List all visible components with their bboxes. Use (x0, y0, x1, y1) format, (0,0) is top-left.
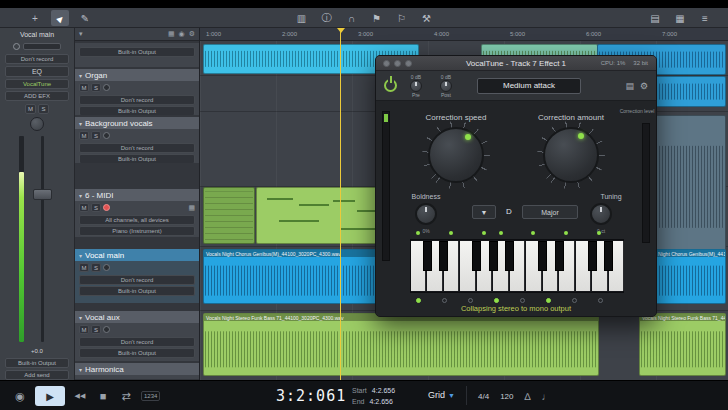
key-select-dot[interactable] (416, 298, 421, 303)
track-item-midi[interactable]: ▾ 6 - MIDI M S ▦ All channels, all devic… (75, 189, 199, 237)
preset-list-icon[interactable]: ▤ (625, 81, 634, 91)
tempo-value[interactable]: 120 (500, 392, 513, 401)
gear-icon[interactable]: ⚙ (640, 81, 648, 91)
loop-button[interactable]: ⇄ (118, 387, 134, 405)
record-mode-button[interactable]: Don't record (79, 95, 195, 105)
key-select-dot[interactable] (572, 298, 577, 303)
piano-black-key[interactable] (555, 241, 564, 271)
grid-dropdown[interactable]: Grid ▼ (428, 390, 455, 400)
mute-button[interactable]: M (79, 325, 89, 334)
solo-button[interactable]: S (91, 131, 101, 140)
key-select-dot[interactable] (468, 298, 473, 303)
piano-keyboard[interactable] (410, 239, 624, 293)
audio-clip-vocal-aux[interactable]: Vocals Night Stereo Funk Bass 71_44100_3… (639, 313, 726, 376)
add-effect-button[interactable]: ADD EFX (5, 91, 69, 101)
time-signature[interactable]: 4/4 (478, 392, 489, 401)
scale-selector[interactable]: Major (522, 205, 578, 219)
track-name[interactable]: ▾ 6 - MIDI (75, 189, 199, 201)
piano-black-key[interactable] (489, 241, 498, 271)
output-button[interactable]: Built-in Output (79, 348, 195, 358)
metronome-icon[interactable]: ∆ (524, 391, 530, 402)
zoom-icon[interactable] (405, 60, 412, 67)
record-arm-button[interactable] (103, 132, 110, 139)
correction-speed-knob[interactable] (428, 127, 484, 183)
knob[interactable] (440, 80, 452, 92)
tools-icon[interactable]: ⚒ (418, 10, 436, 26)
key-select-dot[interactable] (442, 298, 447, 303)
solo-button[interactable]: S (38, 104, 49, 114)
piano-roll-icon[interactable]: ▥ (293, 10, 311, 26)
preset-selector[interactable]: Medium attack (477, 78, 581, 94)
key-select-dot[interactable] (598, 298, 603, 303)
track-name[interactable]: ▾ Vocal main (75, 249, 199, 261)
piano-black-key[interactable] (588, 241, 597, 271)
magnet-icon[interactable]: ∩ (343, 10, 361, 26)
add-send-button[interactable]: Add send (5, 370, 69, 380)
power-icon[interactable] (384, 79, 397, 92)
snapshot-icon[interactable]: ◉ (179, 30, 185, 38)
record-mode-button[interactable]: Don't record (79, 143, 195, 153)
piano-black-key[interactable] (538, 241, 547, 271)
key-select-dot[interactable] (494, 298, 499, 303)
piano-black-key[interactable] (439, 241, 448, 271)
chevron-down-icon[interactable]: ▾ (79, 314, 82, 321)
play-button[interactable]: ▶ (35, 386, 65, 406)
add-track-icon[interactable]: + (26, 10, 44, 26)
effect-slot-button[interactable]: VocalTune (5, 79, 69, 89)
track-name[interactable]: ▾ Harmonica (75, 363, 199, 375)
output-button[interactable]: Built-in Output (5, 358, 69, 368)
draw-tool-icon[interactable]: ✎ (76, 10, 94, 26)
record-arm-button[interactable] (103, 84, 110, 91)
rewind-button[interactable]: ◀◀ (72, 387, 88, 405)
close-icon[interactable] (383, 60, 390, 67)
solo-button[interactable]: S (91, 325, 101, 334)
stop-button[interactable]: ■ (95, 387, 111, 405)
track-item-harmonica[interactable]: ▾ Harmonica (75, 363, 199, 379)
record-arm-button[interactable] (103, 204, 110, 211)
output-button[interactable]: Built-in Output (79, 286, 195, 296)
pan-knob[interactable] (30, 117, 44, 131)
minimize-icon[interactable] (394, 60, 401, 67)
grid-view-icon[interactable]: ▦ (168, 30, 175, 38)
piano-black-key[interactable] (423, 241, 432, 271)
record-mode-button[interactable]: Don't record (79, 275, 195, 285)
record-button[interactable]: ◉ (12, 387, 28, 405)
solo-button[interactable]: S (91, 83, 101, 92)
mute-button[interactable]: M (79, 131, 89, 140)
chevron-down-icon[interactable]: ▾ (79, 192, 82, 199)
track-name[interactable]: ▾ Organ (75, 69, 199, 81)
mixer-view-icon[interactable]: ▦ (671, 10, 689, 26)
solo-button[interactable]: S (91, 203, 101, 212)
output-button[interactable]: Built-in Output (79, 154, 195, 163)
record-arm-icon[interactable] (13, 43, 20, 50)
key-select-dot[interactable] (520, 298, 525, 303)
chevron-down-icon[interactable]: ▾ (79, 366, 82, 373)
track-name[interactable]: ▾ Background vocals (75, 117, 199, 129)
fader-handle[interactable] (33, 189, 52, 200)
key-select-dot[interactable] (546, 298, 551, 303)
playhead[interactable] (340, 28, 341, 380)
output-button[interactable]: Built-in Output (79, 106, 195, 115)
chevron-down-icon[interactable]: ▾ (79, 120, 82, 127)
record-arm-button[interactable] (103, 326, 110, 333)
mute-button[interactable]: M (79, 203, 89, 212)
playhead-cap[interactable] (337, 28, 345, 33)
knob[interactable] (410, 80, 422, 92)
note-value-icon[interactable]: ♩ (542, 391, 552, 402)
midi-clip[interactable] (203, 187, 255, 244)
solo-button[interactable]: S (91, 263, 101, 272)
pointer-tool-icon[interactable]: ► (51, 10, 69, 26)
count-in-button[interactable]: 1234 (141, 391, 160, 401)
track-item-partial[interactable]: Built-in Output (75, 43, 199, 67)
menu-icon[interactable]: ≡ (696, 10, 714, 26)
mute-button[interactable]: M (79, 83, 89, 92)
instrument-button[interactable]: Piano (Instrument) (79, 226, 195, 236)
plugin-window[interactable]: VocalTune - Track 7 Effect 1 CPU: 1% 32 … (375, 55, 657, 317)
record-mode-button[interactable]: Don't record (5, 54, 69, 64)
correction-amount-knob[interactable] (543, 127, 599, 183)
audio-devices-icon[interactable]: ▤ (646, 10, 664, 26)
boldness-knob[interactable] (415, 203, 437, 225)
post-gain-knob[interactable]: 0 dB Post (435, 74, 457, 98)
piano-black-key[interactable] (505, 241, 514, 271)
plugin-titlebar[interactable]: VocalTune - Track 7 Effect 1 CPU: 1% 32 … (376, 56, 656, 71)
